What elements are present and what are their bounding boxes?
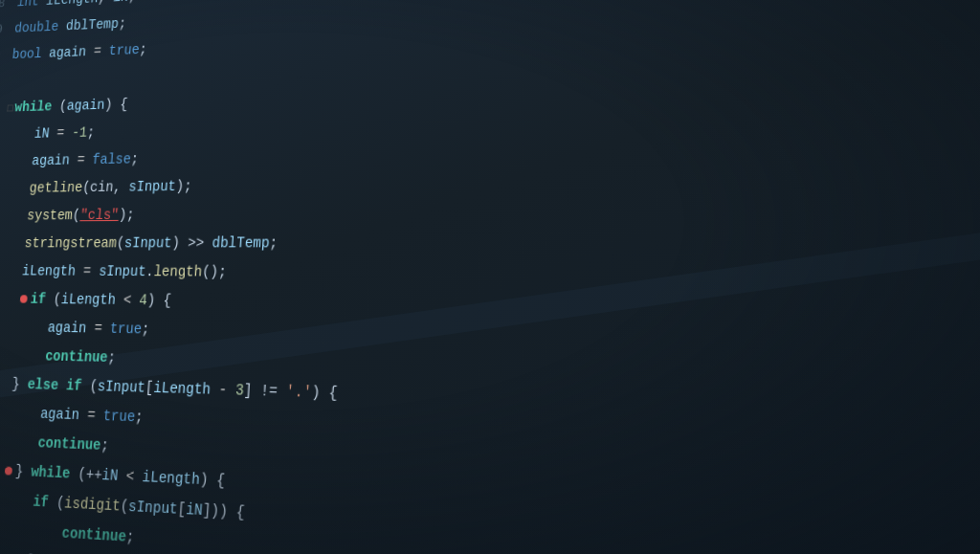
code-line-27: 527 stringstream(sInput) >> dblTemp; <box>0 233 791 266</box>
editor-container: 17 string sInput; 18 int iLength, iN; 19… <box>0 0 980 554</box>
code-line-26: 526 system("cls"); <box>0 202 791 235</box>
code-panel: 17 string sInput; 18 int iLength, iN; 19… <box>0 0 791 554</box>
